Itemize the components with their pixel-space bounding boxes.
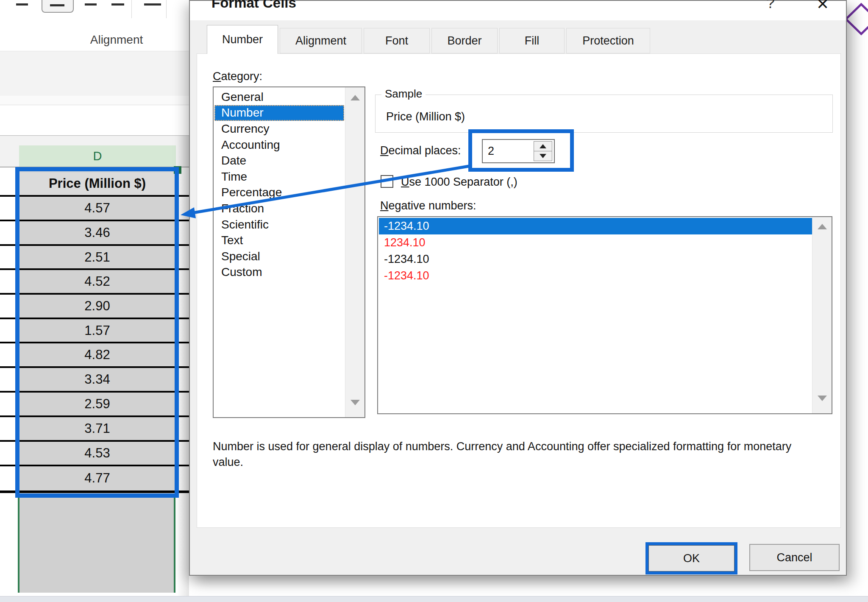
negative-numbers-label: Negative numbers: bbox=[380, 199, 476, 212]
border-style-icon[interactable] bbox=[16, 3, 28, 6]
category-scrollbar[interactable] bbox=[345, 87, 364, 417]
tab-alignment[interactable]: Alignment bbox=[280, 28, 362, 53]
scroll-down-icon[interactable] bbox=[818, 396, 827, 401]
ribbon-lower-band bbox=[0, 51, 189, 96]
tab-number[interactable]: Number bbox=[207, 25, 278, 54]
tab-font[interactable]: Font bbox=[364, 28, 430, 53]
ok-button[interactable]: OK bbox=[648, 545, 734, 571]
close-icon[interactable]: ✕ bbox=[816, 0, 829, 13]
negative-format-option[interactable]: -1234.10 bbox=[379, 268, 812, 284]
dialog-title: Format Cells bbox=[211, 0, 296, 11]
category-description: Number is used for general display of nu… bbox=[213, 439, 798, 470]
ok-button-focus-ring: OK bbox=[645, 542, 737, 574]
category-item-fraction[interactable]: Fraction bbox=[214, 201, 344, 217]
category-listbox[interactable]: General Number Currency Accounting Date … bbox=[213, 86, 365, 418]
ribbon-group-separator bbox=[166, 0, 167, 18]
category-item-date[interactable]: Date bbox=[214, 153, 344, 169]
ribbon-group-separator bbox=[131, 0, 132, 18]
category-item-percentage[interactable]: Percentage bbox=[214, 185, 344, 201]
category-item-time[interactable]: Time bbox=[214, 169, 344, 185]
category-item-general[interactable]: General bbox=[214, 89, 344, 105]
help-icon[interactable]: ? bbox=[766, 0, 775, 12]
decimal-label-rest: ecimal places: bbox=[389, 144, 461, 157]
annotation-highlight-column bbox=[15, 167, 179, 498]
category-label: Category: bbox=[213, 70, 262, 83]
sheet-top-border bbox=[0, 135, 189, 136]
scroll-down-icon[interactable] bbox=[351, 400, 360, 405]
format-cells-dialog: Format Cells ? ✕ Number Alignment Font B… bbox=[189, 0, 847, 576]
screen: { "ribbon": { "group_label": "Alignment"… bbox=[0, 0, 868, 602]
border-style-button-selected[interactable] bbox=[42, 0, 74, 13]
category-item-scientific[interactable]: Scientific bbox=[214, 217, 344, 233]
border-style-icon[interactable] bbox=[85, 3, 97, 6]
scroll-up-icon[interactable] bbox=[818, 224, 827, 229]
scroll-up-icon[interactable] bbox=[351, 95, 360, 100]
annotation-highlight-spinner bbox=[468, 129, 574, 172]
cancel-button[interactable]: Cancel bbox=[749, 544, 840, 571]
category-item-text[interactable]: Text bbox=[214, 232, 344, 248]
decimal-label-hotkey: D bbox=[380, 144, 389, 157]
use-1000-separator-checkbox[interactable] bbox=[381, 175, 393, 188]
sample-value: Price (Million $) bbox=[386, 110, 465, 123]
negative-numbers-items: -1234.10 1234.10 -1234.10 -1234.10 bbox=[379, 218, 812, 284]
category-item-custom[interactable]: Custom bbox=[214, 265, 344, 281]
column-header-d[interactable]: D bbox=[19, 145, 176, 167]
category-item-accounting[interactable]: Accounting bbox=[214, 137, 344, 153]
separator-label-rest: se 1000 Separator (,) bbox=[409, 176, 517, 188]
negative-scrollbar[interactable] bbox=[812, 217, 832, 413]
category-item-special[interactable]: Special bbox=[214, 248, 344, 265]
category-item-currency[interactable]: Currency bbox=[214, 121, 344, 137]
use-1000-separator-label[interactable]: Use 1000 Separator (,) bbox=[401, 176, 517, 189]
sample-group-label: Sample bbox=[381, 87, 426, 100]
negative-label-rest: egative numbers: bbox=[389, 199, 476, 212]
category-label-hotkey: C bbox=[213, 70, 221, 83]
category-items: General Number Currency Accounting Date … bbox=[214, 89, 344, 280]
negative-format-option-selected[interactable]: -1234.10 bbox=[379, 218, 812, 234]
separator-label-hotkey: U bbox=[401, 176, 409, 188]
ribbon-group-label-alignment: Alignment bbox=[76, 33, 157, 47]
border-style-icon bbox=[50, 4, 64, 6]
tab-protection[interactable]: Protection bbox=[566, 28, 650, 53]
selected-empty-cells[interactable] bbox=[18, 498, 175, 593]
negative-format-option[interactable]: 1234.10 bbox=[379, 234, 812, 251]
category-item-number[interactable]: Number bbox=[214, 105, 344, 121]
formula-bar-band bbox=[0, 96, 189, 105]
border-style-icon[interactable] bbox=[111, 3, 124, 6]
status-strip bbox=[0, 596, 868, 602]
category-label-rest: ategory: bbox=[221, 70, 263, 83]
decimal-places-label: Decimal places: bbox=[380, 144, 461, 157]
negative-numbers-listbox[interactable]: -1234.10 1234.10 -1234.10 -1234.10 bbox=[377, 216, 832, 414]
tab-fill[interactable]: Fill bbox=[499, 28, 565, 53]
negative-format-option[interactable]: -1234.10 bbox=[379, 251, 812, 268]
border-style-icon[interactable] bbox=[144, 3, 161, 6]
negative-label-hotkey: N bbox=[380, 199, 389, 212]
tab-border[interactable]: Border bbox=[431, 28, 498, 53]
diamond-shape[interactable] bbox=[846, 4, 868, 34]
